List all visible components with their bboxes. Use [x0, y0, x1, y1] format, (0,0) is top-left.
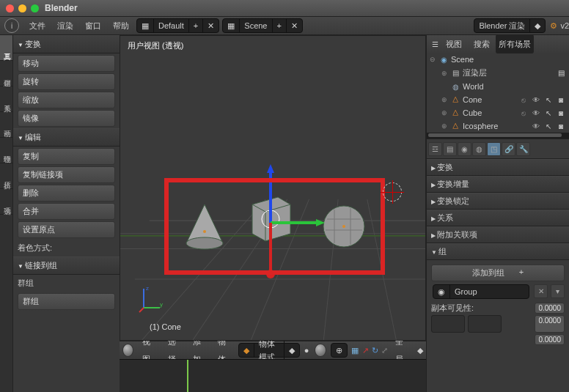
eye-icon[interactable]: 👁	[531, 108, 541, 118]
manipulator-scale-icon[interactable]: ⤢	[381, 346, 388, 355]
duplicate-button[interactable]: 复制	[18, 148, 115, 165]
manipulator-translate-icon[interactable]: ↗	[362, 346, 369, 355]
tab-anim[interactable]: 动画	[0, 112, 12, 138]
tab-create[interactable]: 创建	[0, 61, 12, 86]
tab-options[interactable]: 选项	[0, 189, 12, 215]
duplicate-linked-button[interactable]: 复制链接项	[18, 166, 115, 183]
expand-icon: ⊕	[441, 96, 447, 103]
prop-relations-header[interactable]: 关系	[427, 210, 569, 226]
menu-file[interactable]: 文件	[23, 17, 51, 34]
delete-button[interactable]: 删除	[18, 185, 115, 201]
prop-tab-render-layers[interactable]: ▤	[443, 142, 457, 156]
panel-edit-header[interactable]: 编辑	[13, 128, 120, 147]
menu-window[interactable]: 窗口	[79, 17, 107, 34]
dupli-visibility-label: 副本可见性:	[431, 303, 532, 314]
outliner-renderlayer-row[interactable]: ⊕ ▤ 渲染层 ▤	[427, 66, 569, 80]
outliner-scene-row[interactable]: ⊖ ◉ Scene	[427, 53, 569, 66]
outliner-editor-icon[interactable]: ☰	[430, 39, 440, 49]
tab-grease[interactable]: 挤压	[0, 163, 12, 189]
prop-delta-header[interactable]: 变换增量	[427, 176, 569, 193]
mirror-button[interactable]: 镜像	[18, 110, 115, 127]
dupli-vis-y[interactable]: 0.0000	[535, 315, 565, 333]
shading-icon[interactable]	[315, 344, 326, 357]
outliner-view[interactable]: 视图	[440, 35, 468, 53]
cursor-icon[interactable]: ↖	[543, 108, 554, 118]
prop-tab-object[interactable]: ◳	[487, 142, 501, 156]
properties-panel: 变换 变换增量 变换锁定 关系 附加关联项 组 添加到组+ ◉ Group ✕	[427, 159, 569, 392]
svg-text:z: z	[146, 285, 149, 292]
cursor-icon[interactable]: ↖	[543, 95, 554, 105]
outliner-cone-row[interactable]: ⊕ ▽ Cone ⎋ 👁 ↖ ◙	[427, 93, 569, 106]
prop-extras-header[interactable]: 附加关联项	[427, 226, 569, 243]
set-origin-button[interactable]: 设置原点	[18, 221, 115, 238]
outliner-scrollbar[interactable]	[427, 133, 569, 138]
prop-transform-header[interactable]: 变换	[427, 159, 569, 176]
panel-transform-header[interactable]: 变换	[13, 35, 120, 53]
minimize-window-button[interactable]	[18, 4, 26, 12]
traffic-lights	[6, 4, 39, 12]
zoom-window-button[interactable]	[31, 4, 39, 12]
editor-type-icon[interactable]	[122, 344, 133, 357]
scale-button[interactable]: 缩放	[18, 92, 115, 108]
outliner-world-row[interactable]: ◍ World	[427, 80, 569, 93]
info-icon[interactable]: i	[4, 18, 19, 33]
group-select[interactable]: 群组	[18, 293, 115, 310]
expand-icon: ⊖	[430, 56, 436, 63]
mesh-icon: ▽	[452, 96, 458, 104]
engine-selector[interactable]: Blender 渲染 ◆	[474, 18, 546, 33]
axis-mini: z y	[138, 284, 167, 314]
outliner-filter[interactable]: 所有场景	[496, 34, 534, 53]
prop-tab-constraint[interactable]: 🔗	[502, 142, 515, 156]
renderlayer-icon: ▤	[450, 68, 460, 78]
eye-icon[interactable]: 👁	[531, 95, 541, 105]
scene-selector[interactable]: ▦ Scene + ✕	[222, 18, 303, 33]
dupli-vis-x[interactable]: 0.0000	[535, 303, 565, 314]
pivot-selector[interactable]: ⊕	[331, 343, 348, 358]
translate-button[interactable]: 移动	[18, 55, 115, 72]
outliner-cube-row[interactable]: ⊕ ▽ Cube ⎋ 👁 ↖ ◙	[427, 106, 569, 119]
group-name-field[interactable]: ◉ Group	[433, 284, 529, 299]
close-window-button[interactable]	[6, 4, 14, 12]
manipulator-rotate-icon[interactable]: ↻	[372, 346, 378, 355]
playhead[interactable]	[187, 360, 188, 392]
remove-group-button[interactable]: ✕	[534, 284, 548, 298]
menu-render[interactable]: 渲染	[51, 17, 79, 34]
viewport-3d[interactable]: 用户视图 (透视)	[120, 35, 426, 341]
cursor-icon[interactable]: ↖	[543, 121, 554, 131]
layout-selector[interactable]: ▦ Default + ✕	[136, 18, 219, 33]
camera-icon[interactable]: ◙	[556, 95, 566, 105]
outliner-search[interactable]: 搜索	[468, 35, 496, 53]
pin-icon[interactable]: ▤	[556, 68, 566, 78]
add-to-group-button[interactable]: 添加到组+	[431, 265, 565, 281]
world-icon: ◍	[450, 81, 460, 92]
svg-text:y: y	[160, 301, 163, 308]
camera-icon[interactable]: ◙	[556, 121, 566, 131]
property-tabs: ☲ ▤ ◉ ◍ ◳ 🔗 🔧	[427, 139, 569, 159]
menu-help[interactable]: 帮助	[107, 17, 135, 34]
panel-link-header[interactable]: 链接到组	[13, 256, 120, 275]
tab-tools[interactable]: 工具	[0, 35, 12, 61]
prop-tab-world[interactable]: ◍	[472, 142, 486, 156]
expand-icon: ⊕	[441, 122, 447, 130]
layer-grid-right[interactable]	[468, 315, 502, 333]
rotate-button[interactable]: 旋转	[18, 73, 115, 90]
tab-physics[interactable]: 物理	[0, 138, 12, 163]
camera-icon[interactable]: ◙	[556, 108, 566, 118]
layers-icon[interactable]: ▦	[351, 346, 359, 355]
join-button[interactable]: 合并	[18, 203, 115, 220]
eye-icon[interactable]: 👁	[531, 121, 541, 131]
prop-lock-header[interactable]: 变换锁定	[427, 193, 569, 210]
prop-tab-render[interactable]: ☲	[428, 142, 442, 156]
prop-group-header[interactable]: 组	[427, 243, 569, 260]
tab-relations[interactable]: 关系	[0, 86, 12, 112]
timeline[interactable]	[120, 359, 426, 392]
layer-grid-left[interactable]	[431, 315, 465, 333]
group-specials-button[interactable]: ▾	[551, 284, 565, 298]
svg-marker-25	[267, 164, 274, 173]
dupli-vis-z[interactable]: 0.0000	[535, 334, 565, 345]
prop-tab-scene[interactable]: ◉	[458, 142, 471, 156]
outliner-icosphere-row[interactable]: ⊕ ▽ Icosphere 👁 ↖ ◙	[427, 119, 569, 133]
prop-tab-modifier[interactable]: 🔧	[516, 142, 530, 156]
mode-selector[interactable]: ◆ 物体模式 ◆	[238, 343, 299, 358]
version-label: v2	[560, 21, 569, 30]
